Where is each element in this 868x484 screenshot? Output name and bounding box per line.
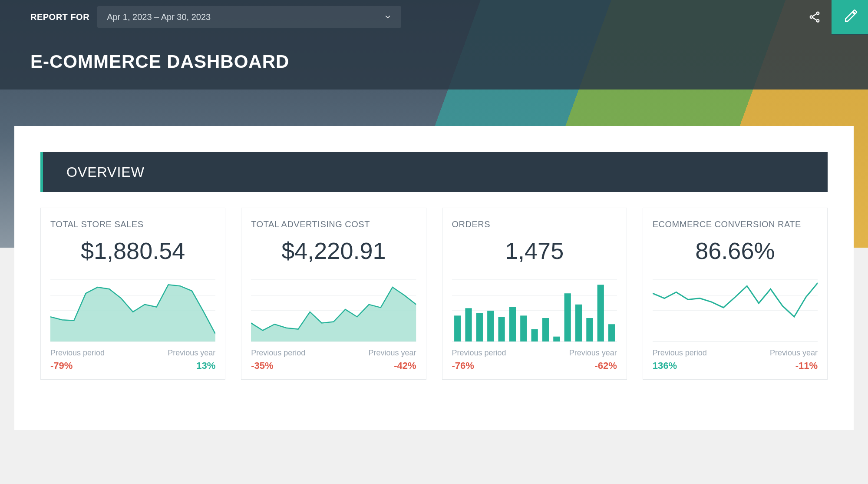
svg-rect-23 [487,311,494,341]
kpi-sparkline [653,278,818,343]
previous-year-label: Previous year [569,348,617,358]
section-header-label: OVERVIEW [66,164,145,180]
svg-point-1 [810,16,813,18]
previous-year-value: -42% [368,360,416,371]
svg-rect-32 [586,318,593,341]
title-bar: E-COMMERCE DASHBOARD [0,34,868,90]
kpi-footer: Previous period136%Previous year-11% [653,348,818,371]
previous-period-value: -79% [50,360,105,371]
previous-year-label: Previous year [368,348,416,358]
share-button[interactable] [798,0,832,34]
date-range-select[interactable]: Apr 1, 2023 – Apr 30, 2023 [97,6,401,28]
previous-period-label: Previous period [653,348,707,358]
kpi-title: TOTAL STORE SALES [50,219,215,229]
report-for-label: REPORT FOR [30,12,89,22]
kpi-footer: Previous period-79%Previous year13% [50,348,215,371]
svg-rect-21 [465,308,472,341]
pencil-icon [844,8,858,23]
previous-year-label: Previous year [770,348,818,358]
kpi-card-total_store_sales: TOTAL STORE SALES$1,880.54Previous perio… [40,208,225,380]
svg-rect-29 [553,337,560,341]
svg-rect-26 [520,315,527,341]
kpi-value: 86.66% [653,237,818,264]
kpi-sparkline [452,278,617,343]
kpi-value: $1,880.54 [50,237,215,264]
kpi-card-orders: ORDERS1,475Previous period-76%Previous y… [442,208,627,380]
svg-line-4 [812,17,817,20]
kpi-row: TOTAL STORE SALES$1,880.54Previous perio… [40,208,828,380]
date-range-value: Apr 1, 2023 – Apr 30, 2023 [107,12,211,22]
previous-period-label: Previous period [50,348,105,358]
previous-period-label: Previous period [452,348,506,358]
previous-year-label: Previous year [168,348,215,358]
share-icon [808,10,821,23]
kpi-title: ECOMMERCE CONVERSION RATE [653,219,818,229]
kpi-title: ORDERS [452,219,617,229]
kpi-sparkline [50,278,215,343]
kpi-sparkline [251,278,416,343]
edit-button[interactable] [832,0,868,35]
kpi-title: TOTAL ADVERTISING COST [251,219,416,229]
previous-period-label: Previous period [251,348,305,358]
kpi-footer: Previous period-35%Previous year-42% [251,348,416,371]
previous-year-value: -11% [770,360,818,371]
chevron-down-icon [384,13,392,21]
kpi-card-ecommerce_conversion_rate: ECOMMERCE CONVERSION RATE86.66%Previous … [643,208,828,380]
topbar: REPORT FOR Apr 1, 2023 – Apr 30, 2023 [0,0,868,34]
previous-period-value: -76% [452,360,506,371]
previous-year-value: 13% [168,360,215,371]
svg-rect-28 [542,318,548,341]
svg-rect-33 [597,285,604,341]
svg-rect-34 [608,324,614,341]
svg-rect-20 [454,315,461,341]
svg-rect-25 [509,307,515,341]
kpi-value: $4,220.91 [251,237,416,264]
section-header-overview: OVERVIEW [40,152,828,192]
content-card: OVERVIEW TOTAL STORE SALES$1,880.54Previ… [14,126,854,430]
svg-rect-27 [531,329,538,341]
svg-rect-22 [476,313,482,341]
svg-line-3 [812,14,817,17]
previous-period-value: -35% [251,360,305,371]
svg-rect-24 [498,317,505,341]
kpi-value: 1,475 [452,237,617,264]
svg-point-0 [817,12,819,15]
svg-rect-31 [575,305,581,341]
svg-rect-30 [564,293,571,341]
kpi-footer: Previous period-76%Previous year-62% [452,348,617,371]
page-title: E-COMMERCE DASHBOARD [30,51,289,72]
svg-point-2 [817,20,819,22]
previous-period-value: 136% [653,360,707,371]
kpi-card-total_advertising_cost: TOTAL ADVERTISING COST$4,220.91Previous … [241,208,426,380]
previous-year-value: -62% [569,360,617,371]
